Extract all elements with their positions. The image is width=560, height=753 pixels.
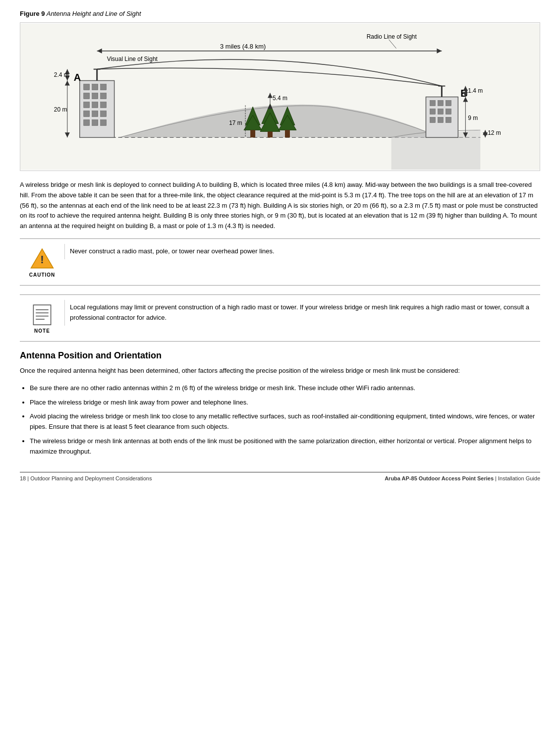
svg-rect-7	[92, 93, 98, 99]
svg-rect-26	[438, 109, 443, 114]
svg-rect-24	[446, 100, 451, 106]
caution-triangle-icon: !	[30, 246, 54, 270]
list-item: Be sure there are no other radio antenna…	[30, 383, 540, 394]
svg-text:20 m: 20 m	[54, 106, 67, 113]
svg-rect-17	[101, 119, 107, 125]
svg-rect-15	[84, 119, 90, 125]
svg-rect-4	[92, 84, 98, 90]
footer-left: 18 | Outdoor Planning and Deployment Con…	[20, 475, 152, 481]
svg-rect-27	[446, 109, 451, 114]
antenna-diagram: A B	[20, 22, 540, 171]
svg-rect-36	[250, 130, 255, 137]
svg-rect-14	[101, 111, 107, 116]
figure-title-text: Antenna Height and Line of Sight	[47, 10, 141, 17]
figure-title: Figure 9 Antenna Height and Line of Sigh…	[20, 10, 540, 17]
list-item: Avoid placing the wireless bridge or mes…	[30, 411, 540, 432]
svg-rect-22	[430, 100, 435, 106]
note-icon-container: NOTE	[20, 300, 64, 336]
svg-rect-9	[84, 102, 90, 108]
note-box: NOTE Local regulations may limit or prev…	[20, 294, 540, 342]
caution-icon-container: ! CAUTION	[20, 244, 64, 280]
svg-text:2.4 m: 2.4 m	[54, 71, 69, 78]
svg-rect-42	[285, 130, 290, 137]
footer-doc-type: Installation Guide	[498, 475, 540, 481]
svg-rect-5	[101, 84, 107, 90]
svg-rect-39	[268, 131, 273, 137]
svg-text:Visual Line of Sight: Visual Line of Sight	[107, 56, 158, 62]
svg-rect-23	[438, 100, 443, 106]
svg-text:1.4 m: 1.4 m	[468, 88, 483, 95]
caution-label: CAUTION	[29, 272, 56, 278]
svg-rect-16	[92, 119, 98, 125]
svg-text:3 miles (4.8 km): 3 miles (4.8 km)	[220, 43, 266, 50]
svg-rect-6	[84, 93, 90, 99]
note-label: NOTE	[34, 328, 50, 334]
svg-rect-3	[84, 84, 90, 90]
svg-rect-12	[84, 111, 90, 116]
svg-rect-8	[101, 93, 107, 99]
footer: 18 | Outdoor Planning and Deployment Con…	[20, 472, 540, 481]
svg-rect-30	[446, 117, 451, 122]
svg-rect-11	[101, 102, 107, 108]
body-paragraph: A wireless bridge or mesh link is deploy…	[20, 180, 540, 232]
svg-text:5.4 m: 5.4 m	[273, 95, 287, 102]
intro-text: Once the required antenna height has bee…	[20, 366, 540, 376]
svg-rect-10	[92, 102, 98, 108]
svg-text:12 m: 12 m	[488, 129, 501, 136]
svg-rect-28	[430, 117, 435, 122]
svg-rect-13	[92, 111, 98, 116]
list-item: Place the wireless bridge or mesh link a…	[30, 398, 540, 408]
list-item: The wireless bridge or mesh link antenna…	[30, 436, 540, 457]
note-document-icon	[30, 302, 54, 326]
svg-text:A: A	[74, 72, 81, 83]
footer-right: Aruba AP-85 Outdoor Access Point Series …	[385, 475, 540, 481]
svg-text:!: !	[40, 253, 44, 266]
caution-text: Never construct a radio mast, pole, or t…	[64, 244, 540, 259]
svg-rect-29	[438, 117, 443, 122]
section-heading: Antenna Position and Orientation	[20, 350, 540, 361]
svg-text:9 m: 9 m	[468, 115, 478, 121]
bullet-list: Be sure there are no other radio antenna…	[30, 383, 540, 457]
note-text: Local regulations may limit or prevent c…	[64, 300, 540, 326]
caution-box: ! CAUTION Never construct a radio mast, …	[20, 238, 540, 286]
figure-number: Figure 9	[20, 10, 45, 17]
svg-rect-78	[33, 305, 51, 325]
footer-brand: Aruba AP-85 Outdoor Access Point Series	[385, 475, 494, 481]
svg-text:Radio Line of Sight: Radio Line of Sight	[367, 33, 417, 40]
svg-rect-25	[430, 109, 435, 114]
svg-text:17 m: 17 m	[229, 119, 242, 126]
